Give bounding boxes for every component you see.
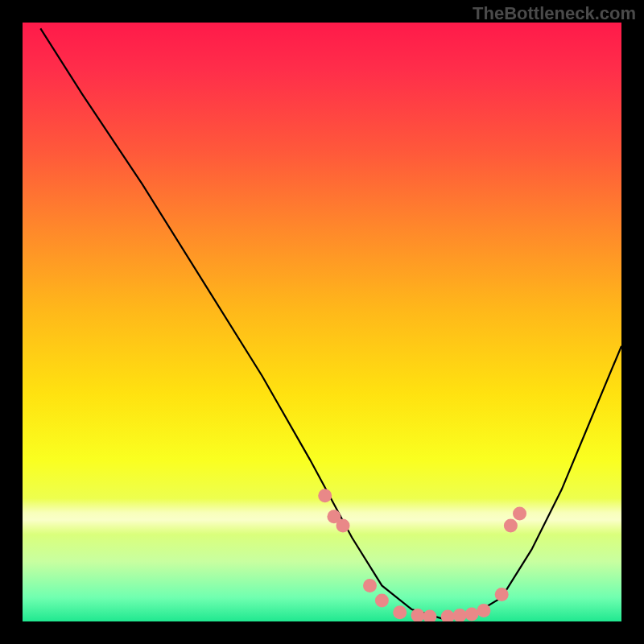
scatter-point — [393, 605, 407, 619]
bottleneck-curve-line — [40, 28, 621, 618]
chart-svg — [23, 23, 621, 621]
scatter-point — [495, 588, 509, 601]
scatter-point — [441, 610, 455, 622]
scatter-point — [465, 608, 479, 621]
scatter-point — [513, 507, 526, 521]
scatter-point — [423, 610, 436, 622]
chart-plot-area — [23, 23, 621, 621]
scatter-point — [504, 519, 518, 533]
scatter-point — [375, 594, 389, 608]
watermark-text: TheBottleneck.com — [473, 3, 636, 24]
scatter-point — [453, 609, 467, 621]
scatter-point — [477, 604, 490, 617]
scatter-point — [363, 579, 377, 592]
scatter-point — [336, 519, 350, 533]
scatter-point — [318, 489, 332, 502]
